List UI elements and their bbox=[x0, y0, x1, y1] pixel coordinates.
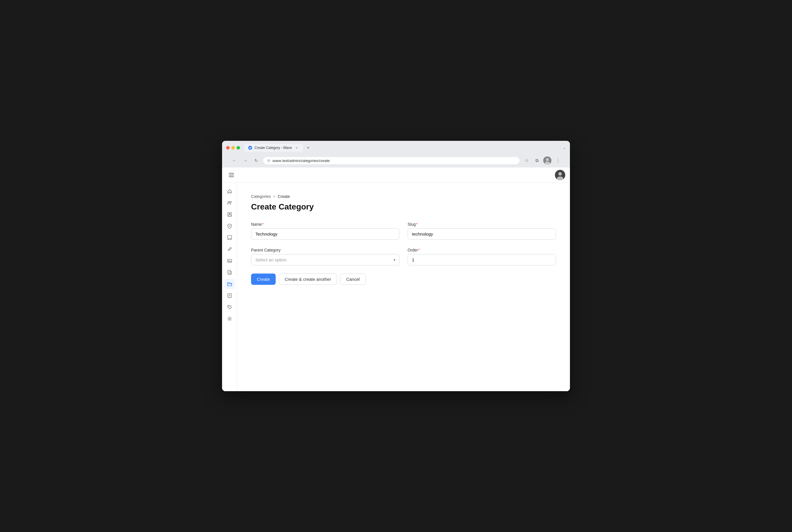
svg-point-10 bbox=[230, 202, 232, 203]
form-row-2: Parent Category Select an option ▾ Order… bbox=[251, 248, 556, 265]
breadcrumb-parent[interactable]: Categories bbox=[251, 194, 271, 199]
browser-titlebar: W Create Category - Wave × + ⌄ ← → ↻ ⊙ w… bbox=[222, 141, 570, 168]
svg-rect-3 bbox=[229, 173, 234, 174]
sidebar-item-pages[interactable] bbox=[224, 267, 235, 278]
menu-button[interactable]: ⋮ bbox=[554, 156, 562, 165]
sidebar-item-categories[interactable] bbox=[224, 279, 235, 289]
extensions-button[interactable]: ⧉ bbox=[533, 156, 541, 165]
name-input[interactable] bbox=[251, 228, 400, 240]
sidebar-item-profile[interactable] bbox=[224, 209, 235, 220]
form-actions: Create Create & create another Cancel bbox=[251, 273, 556, 285]
tab-favicon: W bbox=[248, 146, 252, 150]
tab-row: W Create Category - Wave × + ⌄ bbox=[226, 144, 566, 152]
slug-field-group: Slug* bbox=[408, 222, 556, 240]
name-label: Name* bbox=[251, 222, 400, 227]
svg-point-9 bbox=[228, 202, 229, 203]
svg-point-7 bbox=[558, 172, 562, 176]
reload-button[interactable]: ↻ bbox=[252, 156, 260, 165]
slug-input[interactable] bbox=[408, 228, 556, 240]
parent-category-label: Parent Category bbox=[251, 248, 400, 252]
order-required-star: * bbox=[418, 248, 420, 252]
url-text: wave.test/admin/categories/create bbox=[273, 158, 515, 163]
svg-rect-13 bbox=[227, 235, 231, 239]
name-required-star: * bbox=[262, 222, 263, 227]
slug-required-star: * bbox=[416, 222, 418, 227]
parent-category-select[interactable]: Select an option bbox=[251, 254, 400, 265]
traffic-lights bbox=[226, 146, 240, 150]
name-field-group: Name* bbox=[251, 222, 400, 240]
create-button[interactable]: Create bbox=[251, 273, 276, 285]
svg-rect-18 bbox=[227, 270, 231, 274]
tab-title: Create Category - Wave bbox=[255, 146, 292, 150]
user-avatar[interactable] bbox=[555, 170, 565, 180]
svg-rect-14 bbox=[227, 239, 229, 240]
order-field-group: Order* bbox=[408, 248, 556, 265]
breadcrumb: Categories > Create bbox=[251, 194, 556, 199]
form-row-1: Name* Slug* bbox=[251, 222, 556, 240]
sidebar-item-tags[interactable] bbox=[224, 302, 235, 312]
breadcrumb-current: Create bbox=[278, 194, 290, 199]
cancel-button[interactable]: Cancel bbox=[340, 273, 366, 285]
svg-rect-15 bbox=[229, 239, 231, 240]
sidebar-item-users[interactable] bbox=[224, 197, 235, 208]
minimize-traffic-light[interactable] bbox=[231, 146, 235, 150]
svg-point-12 bbox=[229, 213, 230, 215]
sidebar-item-editor[interactable] bbox=[224, 244, 235, 254]
order-label: Order* bbox=[408, 248, 556, 252]
main-content: Categories > Create Create Category Name… bbox=[237, 183, 570, 391]
address-bar-row: ← → ↻ ⊙ wave.test/admin/categories/creat… bbox=[226, 154, 566, 168]
app-topbar bbox=[222, 168, 570, 183]
new-tab-button[interactable]: + bbox=[305, 144, 312, 151]
back-button[interactable]: ← bbox=[230, 156, 238, 165]
svg-rect-4 bbox=[229, 175, 234, 175]
lock-icon: ⊙ bbox=[267, 158, 270, 163]
forward-button[interactable]: → bbox=[241, 156, 249, 165]
parent-category-field-group: Parent Category Select an option ▾ bbox=[251, 248, 400, 265]
svg-point-27 bbox=[229, 318, 230, 319]
sidebar-item-docs[interactable] bbox=[224, 290, 235, 301]
bookmark-button[interactable]: ☆ bbox=[522, 156, 531, 165]
svg-point-26 bbox=[228, 306, 229, 307]
sidebar-toggle-button[interactable] bbox=[227, 170, 236, 179]
breadcrumb-separator: > bbox=[273, 194, 275, 199]
page-title: Create Category bbox=[251, 202, 556, 211]
sidebar bbox=[222, 183, 237, 391]
svg-rect-5 bbox=[229, 176, 234, 177]
toolbar-actions: ☆ ⧉ ⋮ bbox=[522, 156, 562, 165]
address-bar[interactable]: ⊙ wave.test/admin/categories/create bbox=[263, 157, 519, 164]
active-tab[interactable]: W Create Category - Wave × bbox=[244, 144, 303, 152]
profile-avatar[interactable] bbox=[543, 156, 551, 165]
svg-point-1 bbox=[546, 158, 549, 161]
sidebar-item-home[interactable] bbox=[224, 186, 235, 196]
sidebar-item-layout[interactable] bbox=[224, 232, 235, 243]
tab-close-button[interactable]: × bbox=[294, 146, 299, 150]
sidebar-item-settings[interactable] bbox=[224, 314, 235, 324]
sidebar-item-security[interactable] bbox=[224, 221, 235, 231]
browser-window: W Create Category - Wave × + ⌄ ← → ↻ ⊙ w… bbox=[222, 141, 570, 391]
select-wrapper: Select an option ▾ bbox=[251, 254, 400, 265]
svg-point-17 bbox=[228, 260, 229, 261]
sidebar-item-media[interactable] bbox=[224, 255, 235, 266]
order-input[interactable] bbox=[408, 254, 556, 265]
slug-label: Slug* bbox=[408, 222, 556, 227]
browser-content: Categories > Create Create Category Name… bbox=[222, 183, 570, 391]
create-another-button[interactable]: Create & create another bbox=[279, 273, 337, 285]
maximize-traffic-light[interactable] bbox=[237, 146, 240, 150]
collapse-button[interactable]: ⌄ bbox=[563, 146, 566, 150]
close-traffic-light[interactable] bbox=[226, 146, 229, 150]
